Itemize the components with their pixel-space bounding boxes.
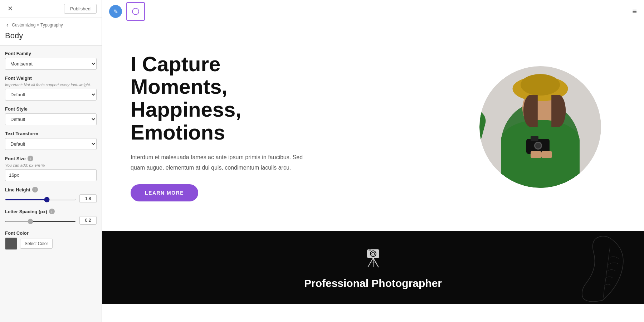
breadcrumb-separator: •: [37, 22, 39, 28]
breadcrumb-customizing: Customizing: [12, 23, 35, 28]
hair-right: [551, 95, 566, 127]
text-transform-select[interactable]: Default None Uppercase Lowercase Capital…: [5, 138, 97, 150]
font-weight-label: Font Weight: [5, 75, 97, 81]
hero-title: I Capture Moments, Happiness, Emotions: [131, 53, 317, 144]
letter-spacing-label-row: Letter Spacing (px) i: [5, 209, 97, 214]
preview-icons-left: ✎: [109, 2, 145, 21]
preview-topbar: ✎ ≡: [102, 0, 644, 23]
hamburger-icon: ≡: [632, 7, 637, 16]
line-height-slider-row: [5, 194, 97, 203]
letter-spacing-label: Letter Spacing (px): [5, 209, 47, 214]
font-size-note: You can add: px-em-%: [5, 163, 97, 167]
letter-spacing-slider-container: [5, 217, 76, 224]
font-style-select[interactable]: Default Normal Italic Oblique: [5, 113, 97, 125]
footer-camera-icon: [364, 249, 382, 272]
main-preview: ✎ ≡ I Capture Moments, Happiness, Emotio…: [102, 0, 644, 322]
close-icon: ✕: [8, 5, 13, 13]
font-family-select[interactable]: Montserrat Arial Georgia Helvetica Open …: [5, 58, 97, 70]
hero-section: I Capture Moments, Happiness, Emotions I…: [102, 23, 644, 231]
camera-lens: [534, 142, 542, 150]
letter-spacing-slider-row: [5, 216, 97, 225]
hero-text: I Capture Moments, Happiness, Emotions I…: [131, 53, 317, 202]
font-weight-group: Font Weight Important: Not all fonts sup…: [5, 75, 97, 101]
color-swatch[interactable]: [5, 238, 17, 250]
text-transform-group: Text Transform Default None Uppercase Lo…: [5, 131, 97, 150]
line-height-label: Line Height: [5, 187, 30, 192]
hand-right: [541, 151, 552, 158]
sidebar-header: ✕ Published ‹ Customizing • Typography B…: [0, 0, 102, 46]
hamburger-button[interactable]: ≡: [632, 7, 637, 16]
camera-viewfinder: [531, 136, 538, 141]
footer-title: Professional Photographer: [304, 277, 442, 289]
letter-spacing-slider[interactable]: [5, 221, 76, 222]
line-height-label-row: Line Height i: [5, 187, 97, 192]
font-style-group: Font Style Default Normal Italic Oblique: [5, 106, 97, 125]
line-height-group: Line Height i: [5, 187, 97, 203]
section-title: Body: [0, 30, 102, 45]
back-icon: ‹: [6, 22, 8, 28]
text-transform-label: Text Transform: [5, 131, 97, 136]
font-size-group: Font Size i You can add: px-em-%: [5, 156, 97, 181]
font-size-input[interactable]: [5, 169, 97, 181]
hand-left: [531, 151, 541, 158]
font-color-group: Font Color Select Color: [5, 230, 97, 250]
font-size-info-icon[interactable]: i: [28, 156, 33, 161]
font-style-label: Font Style: [5, 106, 97, 112]
sidebar-top-bar: ✕ Published: [0, 0, 102, 18]
line-height-value-input[interactable]: [79, 194, 97, 203]
svg-line-8: [603, 247, 610, 300]
preview-scroll-area[interactable]: I Capture Moments, Happiness, Emotions I…: [102, 23, 644, 322]
hero-body-text: Interdum et malesuada fames ac ante ipsu…: [131, 152, 317, 173]
pencil-icon: ✎: [113, 8, 118, 15]
hair-left: [523, 95, 538, 127]
line-height-info-icon[interactable]: i: [32, 187, 38, 192]
font-weight-select[interactable]: Default 100 - Thin 300 - Light 400 - Nor…: [5, 89, 97, 101]
target-icon[interactable]: [126, 2, 145, 21]
letter-spacing-info-icon[interactable]: i: [49, 209, 55, 214]
breadcrumb-typography: Typography: [40, 23, 63, 28]
letter-spacing-value-input[interactable]: [79, 216, 97, 225]
hat-crown: [521, 74, 560, 96]
font-color-row: Select Color: [5, 238, 97, 250]
font-size-label-row: Font Size i: [5, 156, 97, 161]
line-height-slider[interactable]: [5, 199, 76, 200]
line-height-slider-container: [5, 195, 76, 202]
sidebar-controls: Font Family Montserrat Arial Georgia Hel…: [0, 46, 102, 255]
arm-left: [479, 108, 488, 148]
font-color-label: Font Color: [5, 230, 97, 236]
published-button[interactable]: Published: [64, 4, 97, 14]
photographer-figure: [479, 66, 601, 188]
font-family-label: Font Family: [5, 51, 97, 56]
font-weight-note: Important: Not all fonts support every f…: [5, 83, 97, 87]
svg-line-6: [373, 258, 379, 267]
footer-leaf-decoration: [576, 232, 630, 304]
letter-spacing-group: Letter Spacing (px) i: [5, 209, 97, 225]
learn-more-button[interactable]: LEARN MORE: [131, 184, 198, 201]
font-size-label: Font Size: [5, 156, 26, 161]
sidebar: ✕ Published ‹ Customizing • Typography B…: [0, 0, 102, 322]
footer-dark-section: Professional Photographer: [102, 231, 644, 304]
close-button[interactable]: ✕: [5, 4, 15, 14]
svg-rect-3: [369, 249, 371, 251]
back-button[interactable]: ‹: [5, 21, 10, 29]
svg-line-4: [368, 258, 373, 267]
target-inner-circle: [132, 8, 139, 15]
select-color-button[interactable]: Select Color: [20, 239, 53, 249]
pencil-icon-button[interactable]: ✎: [109, 5, 122, 18]
breadcrumb: ‹ Customizing • Typography: [0, 18, 102, 30]
font-family-group: Font Family Montserrat Arial Georgia Hel…: [5, 51, 97, 70]
hero-image: [479, 66, 601, 188]
